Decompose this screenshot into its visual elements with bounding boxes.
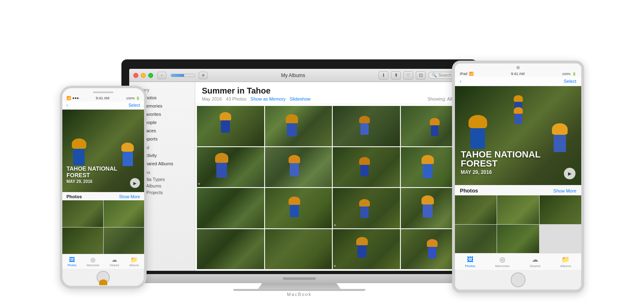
photo-cell-9[interactable] xyxy=(197,188,264,228)
iphone-back-button[interactable]: ‹ xyxy=(66,103,68,108)
iphone-show-more-button[interactable]: Show More xyxy=(119,195,140,199)
ipad-hero-date: MAY 29, 2016 xyxy=(461,169,541,175)
mac-album-meta: May 2016 43 Photos Show as Memory Slides… xyxy=(202,96,463,101)
mac-share-button[interactable]: ⬆ xyxy=(391,71,401,80)
photo-cell-14[interactable] xyxy=(265,229,332,270)
ipad-tab-photos[interactable]: 🖼 Photos xyxy=(465,256,475,268)
ipad-hero-text: TAHOE NATIONALFOREST MAY 29, 2016 xyxy=(461,150,541,175)
iphone-battery-pct: 100% xyxy=(126,96,135,100)
ipad-signal-icon: 📶 xyxy=(469,72,474,76)
iphone-memories-icon: ◎ xyxy=(90,256,95,263)
photo-cell-3[interactable] xyxy=(333,106,400,146)
mac-back-button[interactable]: ‹ xyxy=(157,72,166,79)
iphone-tab-shared[interactable]: ☁ Shared xyxy=(110,256,119,267)
photo-cell-1[interactable] xyxy=(197,106,264,146)
photo-cell-6[interactable] xyxy=(265,147,332,188)
iphone-photo-cell-4[interactable] xyxy=(104,228,144,254)
iphone-albums-icon: 📁 xyxy=(130,256,137,263)
macbook-base-notch xyxy=(283,277,316,280)
mac-album-title: Summer in Tahoe xyxy=(202,86,463,96)
ipad-albums-icon: 📁 xyxy=(561,256,570,263)
mac-rotate-button[interactable]: ⊡ xyxy=(416,71,426,80)
ipad-battery-icon: 🔋 xyxy=(572,72,576,76)
ipad-tab-shared[interactable]: ☁ Shared xyxy=(530,256,540,268)
mac-show-as-memory-link[interactable]: Show as Memory xyxy=(251,96,286,101)
ipad-hero-title: TAHOE NATIONALFOREST xyxy=(461,150,541,168)
ipad-tab-albums[interactable]: 📁 Albums xyxy=(560,256,571,268)
photo-cell-5[interactable]: ♥ xyxy=(197,147,264,188)
iphone-shared-icon: ☁ xyxy=(111,256,117,263)
photo-heart-15: ♥ xyxy=(334,264,336,268)
ipad-camera-bar xyxy=(455,63,581,71)
ipad-photo-cell-1[interactable] xyxy=(455,195,497,224)
photo-cell-15[interactable]: ♥ xyxy=(333,229,400,270)
mac-traffic-lights xyxy=(133,73,153,78)
ipad-tab-memories[interactable]: ◎ Memories xyxy=(495,256,509,268)
iphone-section-header: Photos Show More xyxy=(62,192,144,200)
mac-nav-buttons: ‹ xyxy=(157,72,166,79)
macbook-screen: ‹ ⊞ My Albums ℹ ⬆ ♡ ⊡ 🔍 Search xyxy=(129,69,469,271)
mac-app-content: Library 🖼 Photos ◎ Memories ♡ Favorites xyxy=(129,82,469,271)
ipad-section-title: Photos xyxy=(460,188,478,194)
iphone-tab-shared-label: Shared xyxy=(110,264,119,267)
ipad-tab-photos-label: Photos xyxy=(465,264,475,268)
mac-slideshow-link[interactable]: Slideshow xyxy=(290,96,310,101)
mac-search-icon: 🔍 xyxy=(432,73,437,77)
iphone-tab-albums-label: Albums xyxy=(129,264,139,267)
iphone-tab-memories[interactable]: ◎ Memories xyxy=(87,256,99,267)
iphone-photo-cell-3[interactable] xyxy=(62,228,103,254)
iphone-hero-title: TAHOE NATIONALFOREST xyxy=(66,166,117,178)
ipad-camera xyxy=(516,66,520,69)
ipad-show-more-button[interactable]: Show More xyxy=(553,188,576,193)
mac-slideshow-button[interactable]: ⊞ xyxy=(199,72,208,79)
mac-main-content: Summer in Tahoe May 2016 43 Photos Show … xyxy=(195,82,469,271)
iphone-signal-dots: ●●● xyxy=(72,96,79,100)
ipad-memories-icon: ◎ xyxy=(500,256,505,263)
mac-titlebar: ‹ ⊞ My Albums ℹ ⬆ ♡ ⊡ 🔍 Search xyxy=(129,69,469,82)
iphone-select-button[interactable]: Select xyxy=(128,103,140,108)
iphone-carrier: 📶 xyxy=(66,96,71,100)
iphone-tab-albums[interactable]: 📁 Albums xyxy=(129,256,139,267)
photo-cell-7[interactable] xyxy=(333,147,400,188)
ipad-carrier: iPad xyxy=(460,72,467,76)
mac-minimize-button[interactable] xyxy=(141,73,146,78)
macbook-foot xyxy=(233,289,365,291)
mac-close-button[interactable] xyxy=(133,73,138,78)
iphone-tab-memories-label: Memories xyxy=(87,264,99,267)
iphone-tab-photos[interactable]: 🖼 Photos xyxy=(67,256,76,267)
iphone-hero-date: MAY 29, 2016 xyxy=(66,179,117,184)
ipad-tab-shared-label: Shared xyxy=(530,264,540,268)
ipad-photo-cell-4[interactable] xyxy=(455,225,497,253)
mac-heart-button[interactable]: ♡ xyxy=(403,71,413,80)
iphone-time: 9:41 AM xyxy=(96,96,109,100)
ipad-back-button[interactable]: ‹ xyxy=(460,79,462,84)
mac-maximize-button[interactable] xyxy=(148,73,153,78)
iphone-tab-photos-label: Photos xyxy=(67,264,76,267)
ipad-tab-memories-label: Memories xyxy=(495,264,509,268)
iphone-status-bar: 📶 ●●● 9:41 AM 100% 🔋 xyxy=(62,95,144,101)
photo-cell-2[interactable] xyxy=(265,106,332,146)
mac-info-button[interactable]: ℹ xyxy=(379,71,388,80)
iphone-photo-cell-1[interactable] xyxy=(62,200,103,227)
ipad-play-button[interactable]: ▶ xyxy=(564,168,575,179)
ipad-device: iPad 📶 9:41 AM 100% 🔋 ‹ Select xyxy=(452,61,584,293)
iphone-back-chevron: ‹ xyxy=(66,103,68,108)
ipad-photos-icon: 🖼 xyxy=(467,256,474,263)
iphone-play-button[interactable]: ▶ xyxy=(130,178,140,188)
iphone-speaker xyxy=(93,92,114,93)
photo-cell-10[interactable] xyxy=(265,188,332,228)
ipad-back-chevron: ‹ xyxy=(460,79,462,84)
ipad-time: 9:41 AM xyxy=(511,72,525,76)
mac-album-photo-count: 43 Photos xyxy=(226,96,246,101)
sidebar-shared-albums-label: Shared Albums xyxy=(142,161,173,166)
photo-cell-11[interactable]: ♥ xyxy=(333,188,400,228)
macbook-base xyxy=(122,274,477,283)
macbook-screen-bezel: ‹ ⊞ My Albums ℹ ⬆ ♡ ⊡ 🔍 Search xyxy=(122,60,477,274)
photo-cell-13[interactable] xyxy=(197,229,264,270)
mac-progress-fill xyxy=(171,74,184,77)
ipad-select-button[interactable]: Select xyxy=(564,79,576,84)
iphone-hero-image: TAHOE NATIONALFOREST MAY 29, 2016 ▶ xyxy=(62,110,144,192)
iphone-photo-cell-2[interactable] xyxy=(104,200,144,227)
ipad-photo-cell-3[interactable] xyxy=(540,195,581,224)
photo-heart-11: ♥ xyxy=(334,223,336,227)
